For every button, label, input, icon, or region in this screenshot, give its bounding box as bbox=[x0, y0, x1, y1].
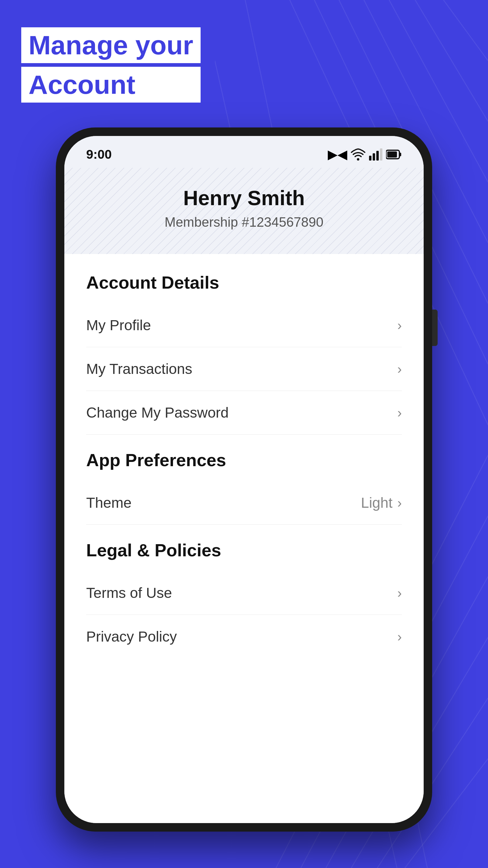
menu-item-profile-right: › bbox=[397, 318, 402, 333]
menu-item-theme-label: Theme bbox=[86, 494, 131, 511]
chevron-right-icon: › bbox=[397, 585, 402, 600]
menu-item-profile[interactable]: My Profile › bbox=[86, 304, 402, 347]
header-line2: Account bbox=[21, 67, 201, 102]
status-bar: 9:00 ▶◀ bbox=[64, 136, 424, 168]
content-area: Account Details My Profile › My Transact… bbox=[64, 254, 424, 823]
status-time: 9:00 bbox=[86, 147, 112, 162]
svg-rect-22 bbox=[387, 151, 397, 157]
chevron-right-icon: › bbox=[397, 362, 402, 377]
menu-item-theme-value: Light bbox=[361, 494, 392, 511]
status-icons: ▶◀ bbox=[328, 147, 402, 162]
signal-icon-svg bbox=[369, 148, 383, 160]
menu-item-terms-label: Terms of Use bbox=[86, 585, 172, 601]
profile-membership: Membership #1234567890 bbox=[89, 215, 399, 230]
svg-rect-16 bbox=[369, 156, 371, 160]
chevron-right-icon: › bbox=[397, 629, 402, 644]
svg-line-6 bbox=[421, 0, 488, 61]
page-header: Manage your Account bbox=[21, 27, 201, 105]
section-title-legal: Legal & Policies bbox=[86, 540, 402, 560]
menu-item-theme-right: Light › bbox=[361, 494, 402, 511]
section-title-account: Account Details bbox=[86, 272, 402, 292]
menu-item-password-label: Change My Password bbox=[86, 404, 229, 421]
battery-icon-svg bbox=[386, 149, 402, 160]
profile-name: Henry Smith bbox=[89, 186, 399, 210]
menu-item-privacy-right: › bbox=[397, 629, 402, 644]
profile-header: Henry Smith Membership #1234567890 bbox=[64, 168, 424, 254]
menu-item-transactions[interactable]: My Transactions › bbox=[86, 347, 402, 391]
menu-item-password-right: › bbox=[397, 405, 402, 420]
section-title-preferences: App Preferences bbox=[86, 450, 402, 470]
menu-item-terms[interactable]: Terms of Use › bbox=[86, 571, 402, 615]
wifi-icon: ▶◀ bbox=[328, 147, 347, 162]
svg-rect-21 bbox=[399, 153, 401, 156]
svg-rect-19 bbox=[380, 148, 383, 160]
svg-rect-18 bbox=[376, 151, 379, 160]
svg-rect-17 bbox=[373, 153, 375, 160]
chevron-right-icon: › bbox=[397, 318, 402, 333]
svg-point-15 bbox=[357, 158, 359, 160]
menu-item-transactions-label: My Transactions bbox=[86, 361, 192, 377]
menu-item-theme[interactable]: Theme Light › bbox=[86, 481, 402, 525]
svg-line-5 bbox=[397, 0, 488, 121]
menu-item-privacy[interactable]: Privacy Policy › bbox=[86, 615, 402, 658]
menu-item-terms-right: › bbox=[397, 585, 402, 600]
menu-item-password[interactable]: Change My Password › bbox=[86, 391, 402, 435]
chevron-right-icon: › bbox=[397, 495, 402, 510]
phone-screen: 9:00 ▶◀ bbox=[64, 136, 424, 823]
phone-mockup: 9:00 ▶◀ bbox=[56, 127, 432, 832]
phone-outer-frame: 9:00 ▶◀ bbox=[56, 127, 432, 832]
menu-item-transactions-right: › bbox=[397, 362, 402, 377]
menu-item-profile-label: My Profile bbox=[86, 317, 151, 334]
menu-item-privacy-label: Privacy Policy bbox=[86, 628, 177, 645]
wifi-icon-svg bbox=[351, 148, 365, 160]
chevron-right-icon: › bbox=[397, 405, 402, 420]
header-line1: Manage your bbox=[21, 27, 201, 63]
